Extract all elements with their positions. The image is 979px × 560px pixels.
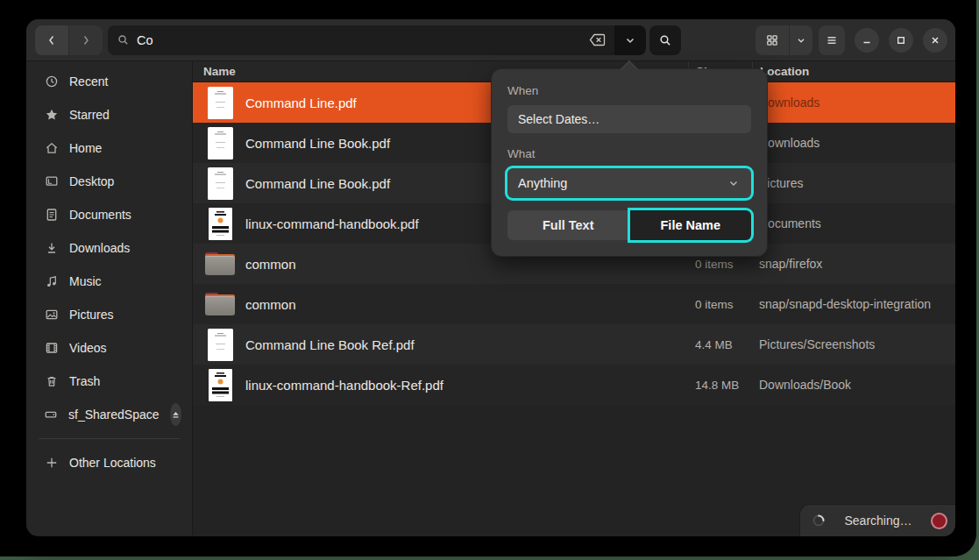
file-size: 0 items (688, 298, 752, 311)
minimize-button[interactable] (855, 28, 879, 53)
sidebar-item-label: sf_SharedSpace (68, 408, 160, 422)
sidebar-separator (39, 438, 180, 439)
column-header-location[interactable]: Location (752, 61, 955, 82)
file-name: common (245, 257, 296, 272)
search-toggle-button[interactable] (649, 25, 681, 55)
eject-button[interactable] (170, 403, 181, 426)
chevron-down-icon (727, 176, 741, 190)
file-location: snap/snapd-desktop-integration (752, 297, 955, 311)
close-button[interactable] (923, 28, 947, 53)
desktop-icon (44, 174, 59, 188)
eject-icon (170, 409, 181, 421)
file-row[interactable]: Command Line Book Ref.pdf 4.4 MB Picture… (193, 324, 955, 365)
search-filter-popover: When Select Dates… What Anything Full Te… (491, 68, 768, 257)
file-name: Command Line Book.pdf (245, 136, 390, 151)
sidebar-item-label: Desktop (69, 174, 181, 188)
sidebar-item-label: Pictures (69, 308, 181, 322)
folder-icon (205, 293, 235, 315)
main-menu-button[interactable] (819, 25, 845, 55)
view-options-chevron-icon (795, 34, 807, 46)
image-icon (44, 308, 59, 322)
file-name: common (245, 297, 296, 312)
file-row[interactable]: linux-command-handbook-Ref.pdf 14.8 MB D… (193, 365, 955, 405)
when-label: When (507, 84, 751, 97)
grid-view-button[interactable] (756, 25, 789, 55)
sidebar-item-music[interactable]: Music (31, 265, 188, 298)
file-name-label: File Name (661, 218, 721, 232)
sidebar-item-sf-sharedspace[interactable]: sf_SharedSpace (31, 398, 188, 431)
sidebar-item-label: Starred (69, 108, 181, 122)
file-location: Pictures (752, 176, 955, 190)
sidebar-item-label: Other Locations (69, 456, 181, 470)
sidebar-item-documents[interactable]: Documents (31, 198, 188, 231)
sidebar: Recent Starred Home Desktop Documents Do… (26, 61, 193, 535)
folder-icon (205, 252, 235, 275)
searching-toast: Searching… (799, 504, 955, 536)
pdf-file-icon (205, 329, 235, 361)
file-name-button[interactable]: File Name (630, 210, 752, 240)
sidebar-item-other-locations[interactable]: Other Locations (31, 446, 188, 479)
sidebar-item-label: Trash (69, 374, 181, 388)
close-icon (928, 33, 942, 47)
file-location: Documents (752, 216, 955, 230)
file-size: 14.8 MB (688, 379, 752, 392)
film-icon (44, 341, 59, 355)
stop-search-button[interactable] (931, 513, 947, 529)
menu-icon (825, 33, 839, 47)
minimize-icon (860, 33, 874, 47)
trash-icon (44, 374, 59, 388)
maximize-icon (894, 33, 908, 47)
file-type-dropdown[interactable]: Anything (507, 168, 751, 198)
what-label: What (507, 147, 751, 160)
view-button-group (756, 25, 812, 55)
clock-icon (44, 74, 59, 89)
select-dates-button[interactable]: Select Dates… (507, 105, 751, 133)
file-size: 4.4 MB (688, 338, 752, 351)
file-row[interactable]: common 0 items snap/snapd-desktop-integr… (193, 284, 955, 324)
sidebar-item-videos[interactable]: Videos (31, 331, 188, 365)
search-scope-button-group: Full Text File Name (507, 210, 751, 240)
home-icon (44, 141, 59, 155)
chevron-down-icon (623, 33, 637, 47)
search-filter-dropdown-button[interactable] (614, 25, 646, 55)
sidebar-item-trash[interactable]: Trash (31, 365, 188, 398)
pdf-file-icon (205, 167, 235, 200)
file-location: Downloads (752, 96, 955, 110)
full-text-label: Full Text (543, 218, 594, 232)
sidebar-item-label: Music (69, 274, 181, 288)
book-file-icon (205, 369, 235, 401)
sidebar-item-starred[interactable]: Starred (31, 98, 188, 131)
sidebar-item-pictures[interactable]: Pictures (31, 298, 188, 331)
book-file-icon (205, 208, 235, 240)
search-input[interactable]: Co (108, 25, 614, 55)
search-icon (658, 33, 672, 47)
grid-view-icon (765, 33, 779, 47)
drive-icon (44, 408, 58, 422)
sidebar-item-home[interactable]: Home (31, 131, 188, 165)
select-dates-label: Select Dates… (518, 112, 599, 126)
clear-icon[interactable] (589, 33, 606, 46)
sidebar-item-downloads[interactable]: Downloads (31, 231, 188, 265)
sidebar-item-recent[interactable]: Recent (31, 65, 188, 98)
plus-icon (44, 456, 59, 470)
back-button[interactable] (35, 25, 68, 55)
file-location: Downloads/Book (752, 378, 955, 392)
file-name: linux-command-handbook-Ref.pdf (245, 378, 443, 393)
file-type-value: Anything (518, 176, 567, 190)
pdf-file-icon (205, 127, 235, 159)
header-bar: Co (26, 19, 955, 61)
music-note-icon (44, 274, 59, 288)
sidebar-item-desktop[interactable]: Desktop (31, 165, 188, 198)
full-text-button[interactable]: Full Text (507, 210, 630, 240)
sidebar-item-label: Videos (69, 341, 181, 355)
file-location: Pictures/Screenshots (752, 337, 955, 351)
file-size: 0 items (688, 258, 752, 271)
files-window: Co (26, 19, 955, 536)
file-name: Command Line.pdf (245, 96, 357, 110)
view-options-button[interactable] (790, 25, 812, 55)
sidebar-item-label: Documents (69, 208, 181, 222)
forward-button[interactable] (69, 25, 103, 55)
search-icon (117, 33, 130, 46)
file-name: Command Line Book Ref.pdf (245, 337, 415, 352)
maximize-button[interactable] (889, 28, 913, 53)
